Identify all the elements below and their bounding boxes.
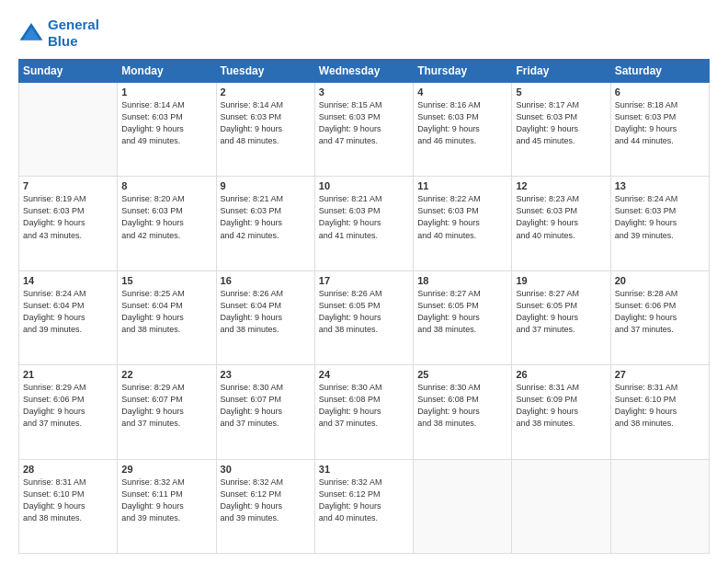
calendar-cell: 7Sunrise: 8:19 AMSunset: 6:03 PMDaylight… <box>19 177 118 270</box>
day-number: 13 <box>615 180 705 191</box>
weekday-header: Tuesday <box>216 60 314 83</box>
calendar-cell: 12Sunrise: 8:23 AMSunset: 6:03 PMDayligh… <box>512 177 610 270</box>
day-info: Sunrise: 8:32 AMSunset: 6:12 PMDaylight:… <box>221 477 311 524</box>
calendar-cell: 30Sunrise: 8:32 AMSunset: 6:12 PMDayligh… <box>216 459 314 553</box>
calendar-cell: 26Sunrise: 8:31 AMSunset: 6:09 PMDayligh… <box>512 365 610 459</box>
weekday-header: Wednesday <box>314 60 413 83</box>
calendar-cell: 15Sunrise: 8:25 AMSunset: 6:04 PMDayligh… <box>118 270 216 364</box>
day-info: Sunrise: 8:27 AMSunset: 6:05 PMDaylight:… <box>516 288 606 336</box>
calendar-cell: 10Sunrise: 8:21 AMSunset: 6:03 PMDayligh… <box>314 177 413 270</box>
page: General Blue SundayMondayTuesdayWednesda… <box>0 0 728 563</box>
calendar-cell: 19Sunrise: 8:27 AMSunset: 6:05 PMDayligh… <box>512 270 610 364</box>
calendar-cell: 9Sunrise: 8:21 AMSunset: 6:03 PMDaylight… <box>216 177 314 270</box>
day-number: 26 <box>516 369 606 380</box>
day-info: Sunrise: 8:27 AMSunset: 6:05 PMDaylight:… <box>417 288 507 336</box>
day-number: 14 <box>23 275 113 286</box>
day-info: Sunrise: 8:32 AMSunset: 6:12 PMDaylight:… <box>319 477 409 524</box>
logo-icon <box>18 20 44 46</box>
calendar-cell: 14Sunrise: 8:24 AMSunset: 6:04 PMDayligh… <box>19 270 118 364</box>
calendar-header: SundayMondayTuesdayWednesdayThursdayFrid… <box>19 60 710 83</box>
day-info: Sunrise: 8:24 AMSunset: 6:04 PMDaylight:… <box>23 288 113 336</box>
day-number: 10 <box>319 180 409 191</box>
calendar-cell: 6Sunrise: 8:18 AMSunset: 6:03 PMDaylight… <box>610 83 709 177</box>
day-info: Sunrise: 8:19 AMSunset: 6:03 PMDaylight:… <box>23 193 113 241</box>
day-info: Sunrise: 8:14 AMSunset: 6:03 PMDaylight:… <box>221 99 311 147</box>
day-info: Sunrise: 8:24 AMSunset: 6:03 PMDaylight:… <box>615 193 705 241</box>
calendar-cell <box>610 459 709 553</box>
day-info: Sunrise: 8:14 AMSunset: 6:03 PMDaylight:… <box>121 99 211 147</box>
day-number: 11 <box>417 180 507 191</box>
day-info: Sunrise: 8:32 AMSunset: 6:11 PMDaylight:… <box>121 477 211 524</box>
calendar-cell: 29Sunrise: 8:32 AMSunset: 6:11 PMDayligh… <box>118 459 216 553</box>
day-info: Sunrise: 8:21 AMSunset: 6:03 PMDaylight:… <box>221 193 311 241</box>
day-number: 15 <box>121 275 211 286</box>
day-info: Sunrise: 8:20 AMSunset: 6:03 PMDaylight:… <box>121 193 211 241</box>
calendar-cell: 23Sunrise: 8:30 AMSunset: 6:07 PMDayligh… <box>216 365 314 459</box>
day-number: 23 <box>221 369 311 380</box>
day-number: 16 <box>221 275 311 286</box>
day-info: Sunrise: 8:26 AMSunset: 6:04 PMDaylight:… <box>221 288 311 336</box>
day-number: 20 <box>615 275 705 286</box>
calendar-cell: 11Sunrise: 8:22 AMSunset: 6:03 PMDayligh… <box>414 177 512 270</box>
day-info: Sunrise: 8:15 AMSunset: 6:03 PMDaylight:… <box>319 99 409 147</box>
day-number: 9 <box>221 180 311 191</box>
day-info: Sunrise: 8:26 AMSunset: 6:05 PMDaylight:… <box>319 288 409 336</box>
calendar-cell: 1Sunrise: 8:14 AMSunset: 6:03 PMDaylight… <box>118 83 216 177</box>
calendar-cell: 8Sunrise: 8:20 AMSunset: 6:03 PMDaylight… <box>118 177 216 270</box>
weekday-header: Thursday <box>414 60 512 83</box>
weekday-header: Friday <box>512 60 610 83</box>
calendar-cell: 3Sunrise: 8:15 AMSunset: 6:03 PMDaylight… <box>314 83 413 177</box>
calendar-cell: 2Sunrise: 8:14 AMSunset: 6:03 PMDaylight… <box>216 83 314 177</box>
day-info: Sunrise: 8:31 AMSunset: 6:10 PMDaylight:… <box>615 382 705 430</box>
calendar-cell: 27Sunrise: 8:31 AMSunset: 6:10 PMDayligh… <box>610 365 709 459</box>
day-number: 1 <box>121 86 211 98</box>
day-number: 21 <box>23 369 113 380</box>
day-info: Sunrise: 8:22 AMSunset: 6:03 PMDaylight:… <box>417 193 507 241</box>
calendar-cell: 22Sunrise: 8:29 AMSunset: 6:07 PMDayligh… <box>118 365 216 459</box>
day-info: Sunrise: 8:21 AMSunset: 6:03 PMDaylight:… <box>319 193 409 241</box>
day-info: Sunrise: 8:17 AMSunset: 6:03 PMDaylight:… <box>516 99 606 147</box>
day-info: Sunrise: 8:28 AMSunset: 6:06 PMDaylight:… <box>615 288 705 336</box>
day-info: Sunrise: 8:31 AMSunset: 6:09 PMDaylight:… <box>516 382 606 430</box>
calendar-cell: 16Sunrise: 8:26 AMSunset: 6:04 PMDayligh… <box>216 270 314 364</box>
day-info: Sunrise: 8:23 AMSunset: 6:03 PMDaylight:… <box>516 193 606 241</box>
calendar-cell: 17Sunrise: 8:26 AMSunset: 6:05 PMDayligh… <box>314 270 413 364</box>
day-info: Sunrise: 8:25 AMSunset: 6:04 PMDaylight:… <box>121 288 211 336</box>
header: General Blue <box>18 17 710 50</box>
day-info: Sunrise: 8:16 AMSunset: 6:03 PMDaylight:… <box>417 99 507 147</box>
day-number: 19 <box>516 275 606 286</box>
logo-text: General Blue <box>48 17 99 50</box>
calendar-cell <box>19 83 118 177</box>
weekday-header: Saturday <box>610 60 709 83</box>
day-number: 2 <box>221 86 311 98</box>
calendar-cell: 28Sunrise: 8:31 AMSunset: 6:10 PMDayligh… <box>19 459 118 553</box>
calendar-table: SundayMondayTuesdayWednesdayThursdayFrid… <box>18 59 710 554</box>
day-number: 4 <box>417 86 507 98</box>
day-number: 18 <box>417 275 507 286</box>
calendar-cell: 4Sunrise: 8:16 AMSunset: 6:03 PMDaylight… <box>414 83 512 177</box>
calendar-cell: 13Sunrise: 8:24 AMSunset: 6:03 PMDayligh… <box>610 177 709 270</box>
day-info: Sunrise: 8:18 AMSunset: 6:03 PMDaylight:… <box>615 99 705 147</box>
day-number: 17 <box>319 275 409 286</box>
day-info: Sunrise: 8:30 AMSunset: 6:08 PMDaylight:… <box>319 382 409 430</box>
day-number: 28 <box>23 464 113 475</box>
weekday-header: Sunday <box>19 60 118 83</box>
day-number: 24 <box>319 369 409 380</box>
calendar-cell <box>512 459 610 553</box>
day-number: 31 <box>319 464 409 475</box>
day-number: 8 <box>121 180 211 191</box>
calendar-cell: 21Sunrise: 8:29 AMSunset: 6:06 PMDayligh… <box>19 365 118 459</box>
day-number: 30 <box>221 464 311 475</box>
day-info: Sunrise: 8:29 AMSunset: 6:06 PMDaylight:… <box>23 382 113 430</box>
weekday-header: Monday <box>118 60 216 83</box>
calendar-cell: 31Sunrise: 8:32 AMSunset: 6:12 PMDayligh… <box>314 459 413 553</box>
calendar-cell: 20Sunrise: 8:28 AMSunset: 6:06 PMDayligh… <box>610 270 709 364</box>
day-number: 3 <box>319 86 409 98</box>
logo: General Blue <box>18 17 99 50</box>
day-info: Sunrise: 8:30 AMSunset: 6:07 PMDaylight:… <box>221 382 311 430</box>
day-number: 12 <box>516 180 606 191</box>
calendar-body: 1Sunrise: 8:14 AMSunset: 6:03 PMDaylight… <box>19 83 710 554</box>
day-number: 7 <box>23 180 113 191</box>
day-number: 6 <box>615 86 705 98</box>
day-number: 5 <box>516 86 606 98</box>
